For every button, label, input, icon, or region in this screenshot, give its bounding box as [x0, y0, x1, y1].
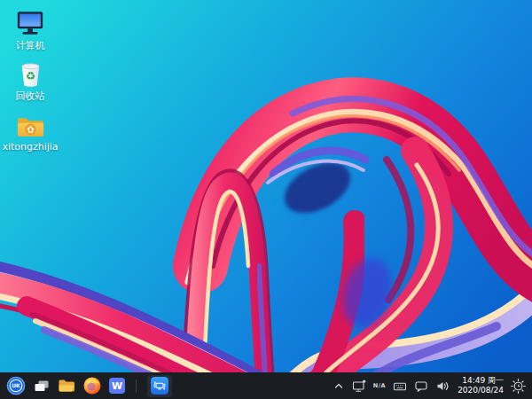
launcher-button[interactable]: UK: [6, 372, 26, 399]
file-manager-button[interactable]: [58, 372, 75, 399]
desktop-icon-recycle-bin[interactable]: ♻ 回收站: [2, 58, 59, 102]
active-app-highlight: [147, 375, 172, 397]
svg-text:UK: UK: [12, 382, 20, 388]
launcher-uk-icon: UK: [6, 376, 26, 395]
keyboard-icon: [393, 379, 407, 393]
desktop-icon-computer[interactable]: 计算机: [2, 7, 59, 51]
taskbar-left: UK: [6, 372, 172, 399]
folder-home-icon: [16, 108, 45, 138]
notification-button[interactable]: [414, 372, 428, 399]
firefox-button[interactable]: [83, 372, 101, 399]
file-manager-folder-icon: [58, 379, 75, 393]
recycle-bin-icon: ♻: [20, 58, 42, 88]
clock-time-weekday: 14:49 周一: [462, 376, 504, 386]
network-button[interactable]: [352, 372, 366, 399]
desktop-icon-column: 计算机 ♻ 回收站: [2, 7, 59, 153]
chevron-up-icon: [332, 379, 345, 392]
wps-w-icon: W: [109, 378, 125, 394]
svg-text:♻: ♻: [25, 69, 35, 82]
speaker-icon: [435, 379, 450, 393]
tray-expand-button[interactable]: [332, 372, 345, 399]
night-mode-button[interactable]: [511, 372, 526, 399]
night-mode-sun-icon: [511, 379, 526, 394]
virtual-keyboard-button[interactable]: [393, 372, 407, 399]
active-app-button[interactable]: [147, 372, 172, 399]
task-view-button[interactable]: [34, 372, 50, 399]
computer-icon: [15, 7, 45, 37]
wallpaper-abstract-swirl: [0, 0, 532, 399]
taskbar: UK: [0, 372, 532, 399]
task-view-icon: [34, 379, 50, 393]
taskbar-clock[interactable]: 14:49 周一 2020/08/24: [458, 376, 504, 395]
desktop-icon-label: 计算机: [16, 40, 45, 51]
wps-office-button[interactable]: W: [109, 372, 125, 399]
taskbar-separator: [136, 379, 137, 393]
wired-network-icon: [352, 379, 366, 393]
screen-sync-icon: [151, 377, 168, 395]
desktop-icon-label: xitongzhijia: [2, 141, 58, 153]
ime-indicator[interactable]: N/A: [373, 372, 386, 399]
clock-date: 2020/08/24: [458, 386, 504, 395]
firefox-icon: [83, 377, 101, 395]
desktop[interactable]: 计算机 ♻ 回收站: [0, 0, 532, 399]
desktop-icon-xitongzhijia[interactable]: xitongzhijia: [2, 108, 59, 153]
desktop-icon-label: 回收站: [16, 90, 45, 102]
message-bubble-icon: [414, 379, 428, 393]
taskbar-tray: N/A: [332, 372, 526, 399]
volume-button[interactable]: [435, 372, 450, 399]
